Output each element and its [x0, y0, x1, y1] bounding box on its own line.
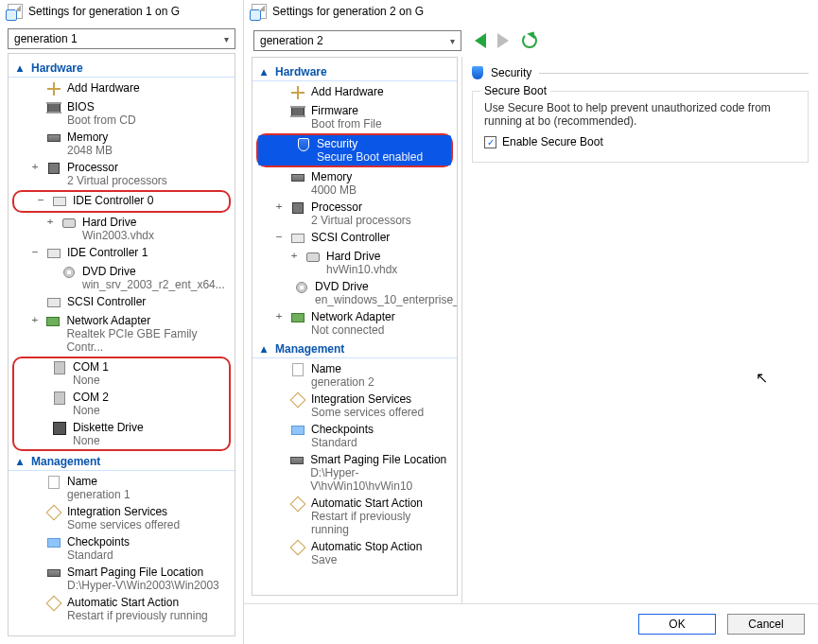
tree-item-sublabel: None — [73, 404, 109, 417]
svc-icon — [290, 392, 305, 408]
settings-icon — [252, 4, 267, 19]
tree-item-label: Network Adapter — [311, 310, 395, 323]
tree-item-integ[interactable]: Integration ServicesSome services offere… — [252, 391, 457, 421]
com-icon — [52, 391, 67, 406]
vm-selector-right-value: generation 2 — [260, 34, 323, 47]
window-title-right: Settings for generation 2 on G — [272, 5, 424, 18]
tree-item-label: Add Hardware — [311, 85, 384, 98]
tree-item-sublabel: 2048 MB — [67, 144, 113, 157]
expander-icon[interactable]: + — [44, 216, 56, 228]
tree-item-firmware[interactable]: FirmwareBoot from File — [252, 102, 457, 132]
window-title-left: Settings for generation 1 on G — [28, 5, 180, 18]
settings-icon — [8, 4, 23, 19]
tree-item-sublabel: Realtek PCIe GBE Family Contr... — [66, 327, 229, 354]
tree-item-label: Name — [311, 362, 374, 375]
expander-icon[interactable]: + — [29, 314, 40, 326]
tree-item-com1[interactable]: COM 1None — [14, 358, 229, 389]
tree-item-chk[interactable]: CheckpointsStandard — [252, 421, 457, 451]
nav-next-icon[interactable] — [497, 33, 509, 48]
cancel-button[interactable]: Cancel — [727, 614, 805, 635]
nav-prev-icon[interactable] — [475, 33, 486, 48]
tree-item-fdd[interactable]: Diskette DriveNone — [14, 419, 229, 449]
tree-item-scsi[interactable]: −SCSI Controller — [252, 229, 457, 248]
tree-item-autostart[interactable]: Automatic Start ActionRestart if previou… — [252, 495, 457, 538]
svc-icon — [46, 505, 61, 520]
tree-item-com2[interactable]: COM 2None — [14, 389, 229, 419]
tree-item-sublabel: win_srv_2003_r2_ent_x64... — [82, 278, 225, 291]
tree-item-net[interactable]: +Network AdapterRealtek PCIe GBE Family … — [9, 312, 235, 356]
expander-icon[interactable]: − — [273, 231, 285, 243]
hdd-icon — [305, 250, 321, 265]
dvd-icon — [61, 265, 77, 280]
tree-item-vmname[interactable]: Namegeneration 2 — [252, 360, 457, 391]
vm-selector-right[interactable]: generation 2 ▾ — [253, 30, 461, 51]
hdd-icon — [61, 216, 77, 231]
tree-item-memory[interactable]: Memory2048 MB — [9, 129, 235, 159]
tree-item-sublabel: generation 1 — [67, 488, 131, 501]
left-tree-scroll[interactable]: ▴HardwareAdd HardwareBIOSBoot from CDMem… — [8, 53, 235, 636]
tree-item-ide0[interactable]: −IDE Controller 0 — [14, 192, 229, 211]
hardware-section[interactable]: ▴Hardware — [9, 60, 235, 78]
tree-item-processor[interactable]: +Processor2 Virtual processors — [252, 199, 457, 229]
group-desc: Use Secure Boot to help prevent unauthor… — [484, 101, 796, 128]
chk-icon — [46, 535, 61, 550]
name-icon — [290, 362, 305, 377]
expander-icon[interactable]: − — [35, 194, 46, 206]
chip-icon — [46, 100, 61, 115]
management-section[interactable]: ▴Management — [9, 453, 235, 471]
expander-icon[interactable]: + — [29, 161, 41, 173]
tree-item-label: Checkpoints — [67, 535, 130, 548]
tree-item-memory[interactable]: Memory4000 MB — [252, 168, 457, 199]
group-title: Secure Boot — [480, 84, 550, 97]
vm-selector-left[interactable]: generation 1 ▾ — [8, 28, 235, 49]
tree-item-label: Automatic Start Action — [67, 596, 208, 609]
tree-item-spf[interactable]: Smart Paging File LocationD:\Hyper-V\hvW… — [252, 451, 457, 495]
mem-icon — [289, 453, 305, 468]
tree-item-vmname[interactable]: Namegeneration 1 — [9, 473, 235, 503]
tree-item-autostart[interactable]: Automatic Start ActionRestart if previou… — [9, 594, 235, 624]
tree-item-ide1-dvd[interactable]: DVD Drivewin_srv_2003_r2_ent_x64... — [9, 263, 235, 293]
tree-item-label: Automatic Stop Action — [311, 540, 422, 553]
ide-icon — [290, 231, 305, 246]
tree-item-scsi-dvd[interactable]: DVD Driveen_windows_10_enterprise_v... — [252, 278, 457, 308]
right-tree-scroll[interactable]: ▴HardwareAdd HardwareFirmwareBoot from F… — [252, 57, 458, 596]
tree-item-ide1[interactable]: −IDE Controller 1 — [9, 244, 235, 263]
expander-icon[interactable]: − — [29, 246, 41, 258]
tree-item-spf[interactable]: Smart Paging File LocationD:\Hyper-V\Win… — [9, 564, 235, 594]
tree-item-label: Integration Services — [67, 505, 180, 518]
expander-icon[interactable]: + — [273, 310, 285, 322]
tree-item-add-hardware[interactable]: Add Hardware — [252, 83, 457, 102]
tree-item-sublabel: Boot from File — [311, 117, 382, 131]
tree-item-bios[interactable]: BIOSBoot from CD — [9, 98, 235, 129]
hardware-section[interactable]: ▴Hardware — [252, 63, 457, 81]
tree-item-security[interactable]: SecuritySecure Boot enabled — [258, 135, 451, 165]
ok-button[interactable]: OK — [638, 614, 716, 635]
tree-item-label: COM 1 — [73, 360, 109, 374]
tree-item-add-hardware[interactable]: Add Hardware — [9, 79, 235, 98]
reload-icon[interactable] — [522, 33, 537, 48]
tree-item-label: SCSI Controller — [67, 295, 146, 308]
management-section[interactable]: ▴Management — [252, 340, 457, 358]
tree-item-ide0-hdd[interactable]: +Hard DriveWin2003.vhdx — [9, 214, 235, 244]
enable-secure-boot-label: Enable Secure Boot — [502, 135, 603, 148]
tree-item-label: DVD Drive — [82, 265, 225, 278]
expander-icon[interactable]: + — [273, 200, 285, 213]
name-icon — [46, 475, 61, 490]
tree-item-net[interactable]: +Network AdapterNot connected — [252, 308, 457, 339]
tree-item-scsi[interactable]: SCSI Controller — [9, 293, 235, 312]
tree-item-integ[interactable]: Integration ServicesSome services offere… — [9, 503, 235, 533]
section-label: Hardware — [275, 65, 327, 78]
expander-icon[interactable]: + — [288, 250, 300, 262]
mem-icon — [290, 170, 305, 185]
tree-item-scsi-hdd[interactable]: +Hard DrivehvWin10.vhdx — [252, 248, 457, 278]
tree-item-sublabel: D:\Hyper-V\hvWin10\hvWin10 — [310, 466, 451, 493]
detail-divider — [539, 73, 809, 74]
tree-item-chk[interactable]: CheckpointsStandard — [9, 533, 235, 564]
enable-secure-boot-checkbox[interactable]: ✓ — [484, 136, 496, 148]
tree-item-label: Smart Paging File Location — [310, 453, 451, 466]
section-label: Management — [31, 455, 100, 468]
tree-item-processor[interactable]: +Processor2 Virtual processors — [9, 159, 235, 189]
chevron-down-icon: ▾ — [224, 34, 229, 44]
tree-item-label: Smart Paging File Location — [67, 566, 219, 579]
tree-item-autostop[interactable]: Automatic Stop ActionSave — [252, 538, 457, 568]
